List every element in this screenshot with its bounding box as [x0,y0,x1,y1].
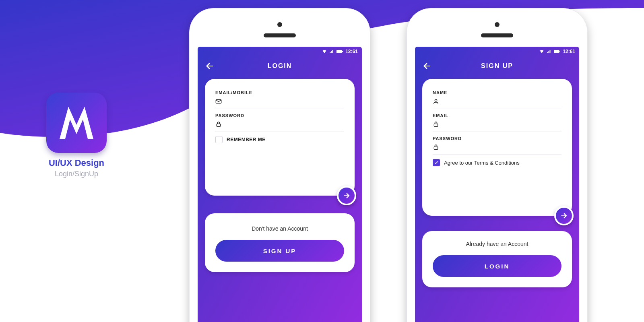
signup-button[interactable]: SIGN UP [215,240,344,262]
brand-logo-m-icon [56,103,97,143]
battery-icon [336,50,343,54]
svg-point-6 [435,99,437,101]
status-time: 12:61 [563,49,575,54]
signup-email-label: EMAIL [433,113,561,118]
signup-password-input[interactable] [443,144,561,151]
signup-email-input[interactable] [443,121,561,128]
arrow-right-icon [343,192,351,200]
phone-camera [495,22,500,27]
agree-row[interactable]: Agree to our Terms & Conditions [433,159,561,166]
signup-footer-msg: Already have an Account [433,241,561,247]
brand-title: UI/UX Design [36,158,117,168]
wifi-icon [539,49,544,54]
signup-footer-card: Already have an Account LOGIN [422,231,572,287]
agree-label: Agree to our Terms & Conditions [444,160,520,166]
back-button[interactable] [422,61,432,72]
status-time: 12:61 [345,49,358,54]
login-footer-card: Don't have an Account SIGN UP [205,213,355,272]
check-icon [434,160,439,165]
status-bar: 12:61 [415,47,579,56]
svg-rect-0 [336,50,342,53]
svg-rect-1 [342,51,343,52]
lock-icon [215,121,222,128]
signup-title: SIGN UP [481,62,513,70]
lock-icon [433,121,439,128]
battery-icon [554,50,560,54]
signup-titlebar: SIGN UP [415,56,579,76]
arrow-left-icon [422,61,432,71]
svg-rect-8 [434,147,438,150]
login-title: LOGIN [268,62,292,70]
remember-label: REMEMBER ME [227,137,266,142]
mail-icon [215,98,222,105]
email-label: EMAIL/MOBILE [215,90,344,95]
brand-subtitle: Login/SignUp [36,170,117,178]
lock-icon [433,144,439,151]
email-field[interactable] [215,95,344,109]
name-field[interactable] [433,95,561,109]
login-button[interactable]: LOGIN [433,255,561,277]
password-input[interactable] [226,121,344,128]
login-submit-fab[interactable] [337,186,356,205]
remember-checkbox[interactable] [215,136,223,143]
brand-logo-tile [46,93,107,153]
arrow-right-icon [560,212,568,220]
remember-row[interactable]: REMEMBER ME [215,136,344,143]
back-button[interactable] [205,61,215,72]
signup-screen: 12:61 SIGN UP NAME EMAIL PASSWORD [415,47,579,322]
arrow-left-icon [205,61,215,71]
signup-card: NAME EMAIL PASSWORD Agree to our Terms &… [422,79,572,216]
phone-speaker [481,33,513,37]
login-card: EMAIL/MOBILE PASSWORD REMEMBER ME [205,79,355,196]
status-bar: 12:61 [198,47,362,56]
email-input[interactable] [226,98,344,105]
signup-email-field[interactable] [433,118,561,132]
name-input[interactable] [443,98,561,105]
brand-block: UI/UX Design Login/SignUp [36,93,117,178]
password-label: PASSWORD [215,113,344,118]
svg-rect-7 [434,124,438,127]
phone-mock-signup: 12:61 SIGN UP NAME EMAIL PASSWORD [407,8,588,322]
wifi-icon [322,49,327,54]
login-footer-msg: Don't have an Account [215,225,344,232]
login-titlebar: LOGIN [198,56,362,76]
svg-rect-4 [554,50,559,53]
phone-mock-login: 12:61 LOGIN EMAIL/MOBILE PASSWORD REMEMB… [189,8,370,322]
agree-checkbox[interactable] [433,159,440,166]
name-label: NAME [433,90,561,95]
signal-icon [547,49,551,54]
phone-speaker [264,33,296,37]
phone-camera [277,22,282,27]
signup-password-label: PASSWORD [433,136,561,141]
signal-icon [329,49,334,54]
svg-rect-5 [559,51,560,52]
user-icon [433,98,439,105]
login-screen: 12:61 LOGIN EMAIL/MOBILE PASSWORD REMEMB… [198,47,362,322]
signup-password-field[interactable] [433,141,561,155]
password-field[interactable] [215,118,344,132]
signup-submit-fab[interactable] [554,206,574,225]
svg-rect-3 [217,124,220,127]
